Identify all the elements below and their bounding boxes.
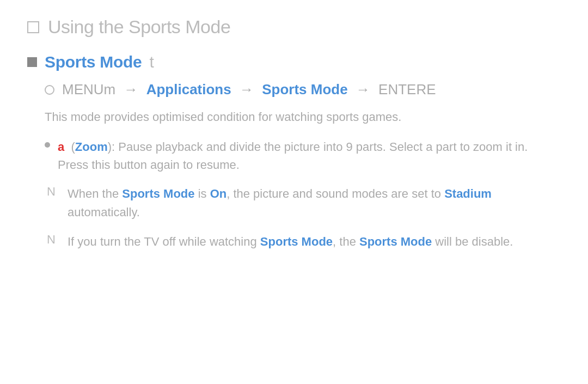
on-ref: On [210,187,227,200]
stadium-ref: Stadium [444,187,492,200]
description-text: This mode provides optimised condition f… [45,108,561,126]
applications-link: Applications [146,81,231,97]
menu-path-text: MENUm → Applications → Sports Mode → ENT… [62,81,436,98]
arrow-3: → [356,81,374,97]
arrow-2: → [240,81,258,97]
bullet-zoom-key: Zoom [75,140,108,154]
note-item-1: N When the Sports Mode is On, the pictur… [45,185,561,222]
subsection-row: Sports Mode t [27,53,561,71]
arrow-1: → [124,81,142,97]
checkbox-icon [27,21,39,33]
sports-mode-note1-ref1: Sports Mode [122,187,194,200]
note-content-2: If you turn the TV off while watching Sp… [68,233,513,251]
subsection-title: Sports Mode [45,53,142,71]
section-title: Using the Sports Mode [48,16,230,38]
enter-label: ENTERE [378,81,436,97]
note-label-2: N [45,233,58,247]
square-icon [27,57,37,67]
subsection-suffix: t [149,53,154,71]
bullet-text: : Pause playback and divide the picture … [58,140,528,172]
section-title-row: Using the Sports Mode [27,16,561,38]
note-item-2: N If you turn the TV off while watching … [45,233,561,251]
note-content-1: When the Sports Mode is On, the picture … [68,185,561,222]
menu-path-row: MENUm → Applications → Sports Mode → ENT… [45,81,561,98]
sports-mode-note2-ref2: Sports Mode [359,235,432,248]
menu-circle-icon [45,85,54,95]
note-label-1: N [45,185,58,199]
sports-mode-note2-ref1: Sports Mode [260,235,333,248]
bullet-dot-icon [45,142,50,148]
menu-label: MENUm [62,81,115,97]
sports-mode-link: Sports Mode [262,81,347,97]
bullet-red-key: a [58,140,64,154]
bullet-item: a (Zoom): Pause playback and divide the … [45,138,561,174]
bullet-content: a (Zoom): Pause playback and divide the … [58,138,561,174]
